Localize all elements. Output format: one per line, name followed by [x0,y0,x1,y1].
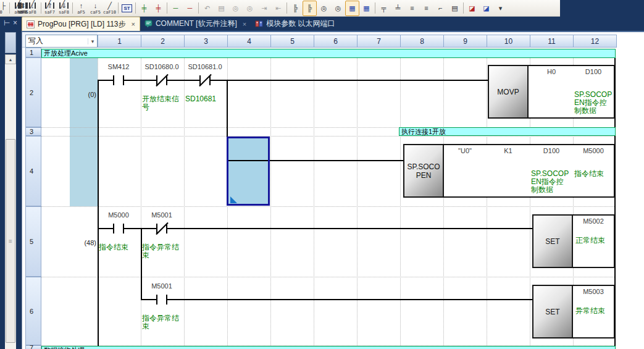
device-batch-replace[interactable]: ▦ [359,1,374,16]
contact-pulse-rising-parallel[interactable]: ⇑╱ saF7 [43,1,57,16]
contact-sd10680-0-nc[interactable]: SD10680.0 开放结束信号 [140,63,183,127]
mode-selector[interactable]: 写入 ▾ [25,35,98,48]
toolbar-icon-label: saF7 [44,10,55,15]
toolbar-icon-glyph: ╠ [307,4,312,12]
contact-sd10681-0-nc[interactable]: SD10681.0 SD10681 [183,63,227,127]
erase-wire[interactable]: ─ [183,1,197,16]
cross-reference-window[interactable]: ╠ [303,1,317,16]
convert[interactable]: ◪ [465,1,479,16]
row-header-2[interactable]: 2 [25,57,41,127]
statement-row3[interactable]: 执行连接1开放 [399,127,616,136]
column-header: 3 [185,35,228,47]
statement-display[interactable]: ≡ [405,1,419,16]
toolbar-icon-glyph: ◎ [321,4,327,12]
toolbar-separator [135,2,136,14]
undo[interactable]: ↶ [200,1,214,16]
column-header: 8 [401,35,444,47]
toolbar-separator [167,2,167,14]
operand-comment: 指令结束 [574,170,614,178]
row-header-7[interactable]: 7 [25,345,41,349]
contact-pulse-falling-parallel[interactable]: ⇓╱ saF8 [57,1,71,16]
toolbar-icon-glyph: ◪ [483,4,489,12]
instruction-set-m5003[interactable]: SET M5003 异常结束 [532,285,615,338]
toolbar-icon-glyph: ╪ [156,4,161,12]
row-header-1[interactable]: 1 [25,48,41,57]
toolbar-icon-glyph: ⌐ [438,4,442,12]
auto-hide-pin-icon[interactable]: ⊥ [2,20,11,26]
statement-row1[interactable]: 开放处理Acive [41,49,616,58]
step-number-0: (0) [59,91,96,98]
tab-progpou[interactable]: ProgPou [PRG] [LD] 113步 × [22,17,140,31]
toolbar-icon-glyph: ▤ [218,4,224,12]
jump-next[interactable]: ⇥ [257,1,271,16]
contact-m5000[interactable]: M5000 指令结束 [97,211,140,275]
nc-slash-overlay: ╱ [46,1,51,9]
insert-branch[interactable]: ╪ [137,1,151,16]
statement-list[interactable]: ▤ [214,1,228,16]
scrollbar-track[interactable]: ≡ [5,64,16,349]
contact-pulse-falling-series[interactable]: ⇓ saF6 [1,0,44,17]
toolbar-icon-glyph: ⇓╱ [59,2,69,10]
draw-wire[interactable]: ─ [169,1,183,16]
instruction-set-m5002[interactable]: SET M5002 正常结束 [532,214,615,268]
tab-comment[interactable]: COMMENT [软元件注释] × [140,17,251,31]
device-comment: SD10681 [185,95,225,103]
device-find[interactable]: ◎ [317,1,331,16]
toolbar-icon-glyph: ╧ [396,4,401,12]
operand-m5003: M5003 [574,288,613,296]
device-label: SD10681.0 [182,63,228,70]
chevron-down-icon: ▾ [88,38,97,44]
grid-line [41,206,616,207]
note-display[interactable]: ≡ [419,1,433,16]
jump-previous[interactable]: ⇤ [271,1,285,16]
tab-module-param[interactable]: 模块参数 以太网端口 [251,17,339,31]
device-find-replace[interactable]: ◎ [331,1,345,16]
program-check[interactable]: ⌐ [433,1,448,16]
instruction-sp-socopen[interactable]: SP.SOCOPEN "U0" K1 D100 M5000 SP.SOCOPEN… [403,144,615,198]
column-header: 10 [487,35,530,47]
toolbar-icon-glyph: ST [122,4,132,12]
statement-row7[interactable]: 数据接收处理 [41,346,616,349]
tab-progpou-close-icon[interactable]: × [132,20,135,28]
delete-branch[interactable]: ╪ [151,1,165,16]
contact-sm412[interactable]: SM412 [97,63,140,127]
invert-operation-result[interactable]: ╱ caF10 [102,1,117,16]
toolbar-overflow[interactable]: ▾ [493,1,508,16]
pulse-rising-operation[interactable]: ↑ aF5 [74,1,88,16]
grid-line [443,58,444,345]
toolbar-separator [72,2,73,14]
pulse-falling-operation[interactable]: ↓ caF5 [88,1,102,16]
row-header-6[interactable]: 6 [25,277,41,345]
statement-insert[interactable]: ╤ [377,1,391,16]
toolbar-icon-glyph: ⇤ [275,4,281,12]
note-insert[interactable]: ╧ [391,1,405,16]
document-tab-bar: ⊥ × ProgPou [PRG] [LD] 113步 × COMMENT [软… [0,17,644,31]
scrollbar-thumb[interactable]: ≡ [6,139,15,343]
tab-comment-close-icon[interactable]: × [243,20,246,28]
search-previous[interactable]: ◎ [228,1,243,16]
row-header-4[interactable]: 4 [25,136,41,206]
convert-all[interactable]: ◪ [479,1,493,16]
toolbar-icon-glyph: ─ [188,4,193,12]
operand-k1: K1 [487,147,530,155]
dock-close-icon[interactable]: × [13,19,17,27]
instruction-name: SET [533,216,573,267]
toolbar-row: ┤├ 0 ↑ sF7 ↓ sF8 ↑╱ aF7 [0,0,644,17]
search-next[interactable]: ◎ [243,1,257,16]
scroll-up-button[interactable]: ▲ [5,54,16,64]
contact-gap [114,227,123,230]
list-display[interactable]: ▤ [448,1,462,16]
contact-m5001[interactable]: M5001 指令异常结束 [140,282,183,347]
grid-line [357,58,358,345]
contact-gap [114,79,123,82]
contact-gap [157,298,166,301]
cross-reference-tree[interactable]: ╠ [288,1,303,16]
device-batch-monitor[interactable]: ▦ [345,1,359,16]
row-header-5[interactable]: 5 [25,206,41,277]
toolbar-separator [375,2,375,14]
inline-st[interactable]: ST [120,1,134,16]
instruction-movp[interactable]: MOVP H0 D100 SP.SOCOPEN指令控制数据 [488,65,615,119]
contact-m5001-nc[interactable]: M5001 指令异常结束 [140,211,183,275]
comment-doc-icon [144,20,153,28]
row-header-3[interactable]: 3 [25,127,41,136]
